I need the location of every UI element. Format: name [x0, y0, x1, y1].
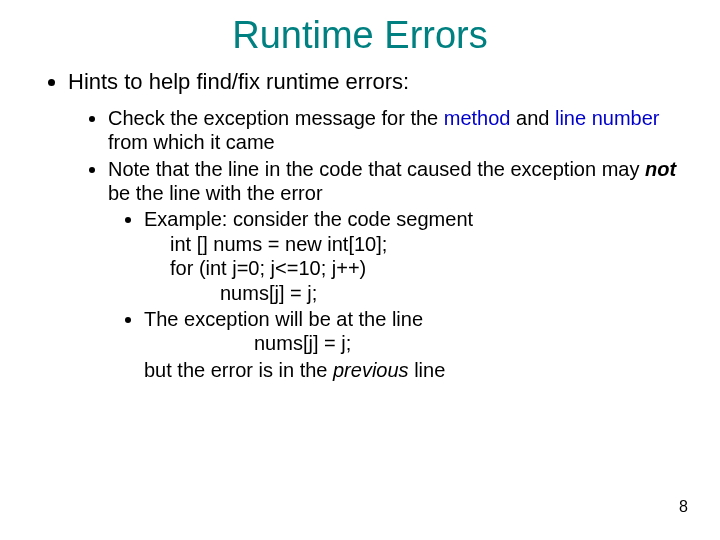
bullet-list-level2: Check the exception message for the meth… — [68, 106, 680, 382]
main-bullet: Hints to help find/fix runtime errors: — [68, 69, 680, 96]
text: be the line with the error — [108, 182, 323, 204]
text: Note that the line in the code that caus… — [108, 158, 645, 180]
check-exception-bullet: Check the exception message for the meth… — [108, 106, 680, 155]
example-bullet: Example: consider the code segment int [… — [144, 207, 680, 305]
code-line-2: for (int j=0; j<=10; j++) — [144, 256, 680, 280]
exception-location-bullet: The exception will be at the line nums[j… — [144, 307, 680, 356]
line-number-keyword: line number — [555, 107, 660, 129]
bullet-list-level3: Example: consider the code segment int [… — [108, 207, 680, 382]
text: Check the exception message for the — [108, 107, 444, 129]
error-previous-line-text: but the error is in the previous line — [144, 358, 680, 382]
previous-emphasis: previous — [333, 359, 409, 381]
slide-title: Runtime Errors — [0, 0, 720, 57]
slide: Runtime Errors Hints to help find/fix ru… — [0, 0, 720, 540]
text: but the error is in the — [144, 359, 333, 381]
text: The exception will be at the line — [144, 308, 423, 330]
text: line — [409, 359, 446, 381]
note-line-bullet: Note that the line in the code that caus… — [108, 157, 680, 383]
not-emphasis: not — [645, 158, 676, 180]
text: from which it came — [108, 131, 275, 153]
slide-content: Hints to help find/fix runtime errors: C… — [0, 57, 720, 382]
text: and — [510, 107, 554, 129]
code-line-3: nums[j] = j; — [144, 281, 680, 305]
exception-code-line: nums[j] = j; — [144, 331, 680, 355]
bullet-list-level1: Hints to help find/fix runtime errors: C… — [40, 69, 680, 382]
example-label: Example: consider the code segment — [144, 208, 473, 230]
page-number: 8 — [679, 498, 688, 516]
method-keyword: method — [444, 107, 511, 129]
code-line-1: int [] nums = new int[10]; — [144, 232, 680, 256]
